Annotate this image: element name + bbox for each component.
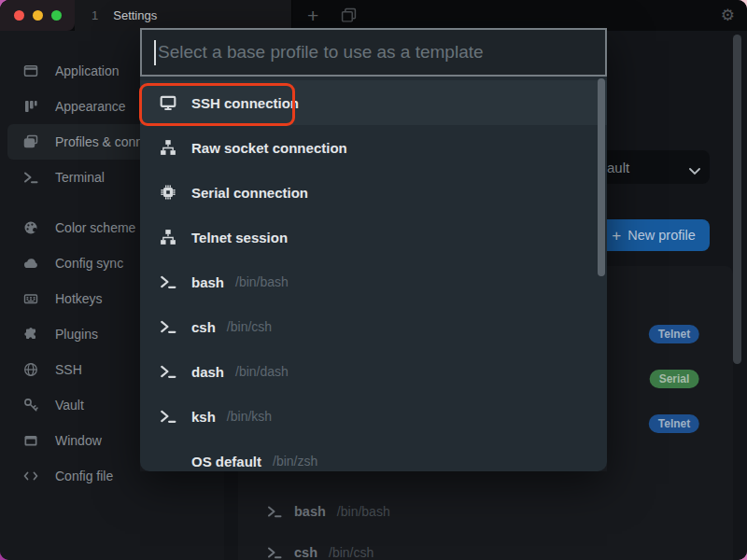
- profile-type-badge: Serial: [650, 370, 699, 388]
- app-window-icon: [22, 63, 39, 79]
- profile-search-box: [140, 28, 607, 77]
- profile-option-name: Raw socket connection: [191, 140, 347, 156]
- sidebar-item-label: Config file: [55, 469, 113, 483]
- sidebar-item-label: Hotkeys: [55, 291, 103, 306]
- profile-option-serial-connection[interactable]: Serial connection: [140, 170, 607, 215]
- plus-icon: +: [612, 228, 621, 244]
- profile-option-bash[interactable]: bash/bin/bash: [140, 259, 607, 304]
- sidebar-item-label: Plugins: [55, 327, 98, 342]
- split-duplicate-icon[interactable]: [341, 7, 357, 23]
- content-scrollbar[interactable]: [733, 35, 741, 364]
- sidebar-item-label: Vault: [55, 398, 84, 413]
- tab-actions: +: [292, 0, 357, 31]
- profile-option-path: /bin/csh: [227, 319, 272, 334]
- sidebar-item-label: Appearance: [55, 99, 126, 114]
- terminal-icon: [266, 544, 283, 560]
- background-profile-name: csh: [294, 545, 317, 560]
- profile-option-ksh[interactable]: ksh/bin/ksh: [140, 394, 607, 439]
- profile-option-path: /bin/dash: [235, 364, 289, 379]
- dropdown-value: ault: [607, 160, 629, 175]
- profile-option-name: ksh: [191, 409, 216, 425]
- new-profile-label: New profile: [627, 228, 696, 243]
- tab-settings[interactable]: 1 Settings: [75, 0, 292, 31]
- sidebar-item-label: SSH: [55, 362, 82, 377]
- keyboard-icon: [22, 290, 39, 307]
- network-icon: [159, 228, 177, 246]
- profile-search-input[interactable]: [156, 42, 593, 63]
- sidebar-item-label: Config sync: [55, 256, 123, 271]
- tab-title: Settings: [113, 8, 157, 22]
- profile-option-path: /bin/ksh: [227, 409, 272, 424]
- profile-option-raw-socket-connection[interactable]: Raw socket connection: [140, 125, 607, 170]
- globe-icon: [22, 361, 39, 378]
- appearance-icon: [22, 98, 39, 115]
- annotation-highlight-box: [139, 83, 295, 126]
- new-tab-button[interactable]: +: [307, 6, 318, 25]
- profile-option-path: /bin/zsh: [273, 454, 317, 469]
- gear-icon[interactable]: ⚙: [721, 0, 735, 31]
- profile-options-list: SSH connectionRaw socket connectionSeria…: [140, 77, 607, 471]
- profiles-icon: [22, 133, 39, 150]
- profile-option-os-default[interactable]: OS default/bin/zsh: [140, 439, 607, 471]
- sidebar-item-label: Terminal: [55, 170, 105, 185]
- terminal-icon: [159, 317, 177, 336]
- minimize-button[interactable]: [33, 10, 43, 21]
- default-profile-dropdown[interactable]: ault: [598, 150, 710, 184]
- chevron-down-icon: [689, 162, 700, 178]
- sidebar-item-label: Color scheme: [55, 220, 135, 235]
- titlebar: 1 Settings + ⚙: [0, 0, 747, 31]
- modal-scrollbar[interactable]: [598, 78, 605, 276]
- terminal-icon: [159, 273, 177, 291]
- profile-type-badge: Telnet: [649, 325, 699, 343]
- profile-option-name: Telnet session: [191, 230, 288, 245]
- close-button[interactable]: [14, 10, 24, 21]
- profile-option-name: csh: [191, 319, 216, 335]
- settings-window: 1 Settings + ⚙ ApplicationAppearanceProf…: [0, 0, 747, 560]
- terminal-icon: [266, 503, 283, 520]
- code-icon: [22, 468, 39, 484]
- cloud-icon: [22, 255, 39, 272]
- sidebar-item-label: Application: [55, 63, 120, 78]
- terminal-icon: [22, 169, 39, 186]
- profile-type-badge: Telnet: [649, 414, 699, 433]
- terminal-icon: [159, 407, 177, 426]
- terminal-icon: [159, 362, 177, 381]
- profile-option-dash[interactable]: dash/bin/dash: [140, 349, 607, 394]
- background-profile-row[interactable]: csh/bin/csh: [266, 542, 374, 560]
- chip-icon: [159, 183, 177, 202]
- profile-option-telnet-session[interactable]: Telnet session: [140, 215, 607, 259]
- network-icon: [159, 138, 177, 157]
- window-icon: [22, 432, 39, 449]
- background-profile-path: /bin/bash: [337, 504, 390, 519]
- profile-option-name: dash: [191, 364, 224, 380]
- profile-option-path: /bin/bash: [235, 274, 289, 289]
- zoom-button[interactable]: [51, 10, 62, 21]
- profile-option-name: Serial connection: [191, 185, 308, 201]
- background-profile-row[interactable]: bash/bin/bash: [266, 501, 390, 522]
- tab-index: 1: [92, 8, 98, 22]
- puzzle-icon: [22, 326, 39, 343]
- background-profile-name: bash: [294, 504, 326, 519]
- background-profile-path: /bin/csh: [329, 545, 374, 560]
- window-controls: [0, 0, 75, 31]
- profile-option-name: OS default: [191, 454, 261, 469]
- desktop-background: 1 Settings + ⚙ ApplicationAppearanceProf…: [0, 0, 747, 560]
- profile-option-name: bash: [191, 274, 224, 290]
- profile-option-csh[interactable]: csh/bin/csh: [140, 304, 607, 349]
- new-profile-button[interactable]: + New profile: [598, 219, 710, 251]
- sidebar-item-label: Window: [55, 433, 102, 448]
- palette-icon: [22, 219, 39, 236]
- key-icon: [22, 397, 39, 413]
